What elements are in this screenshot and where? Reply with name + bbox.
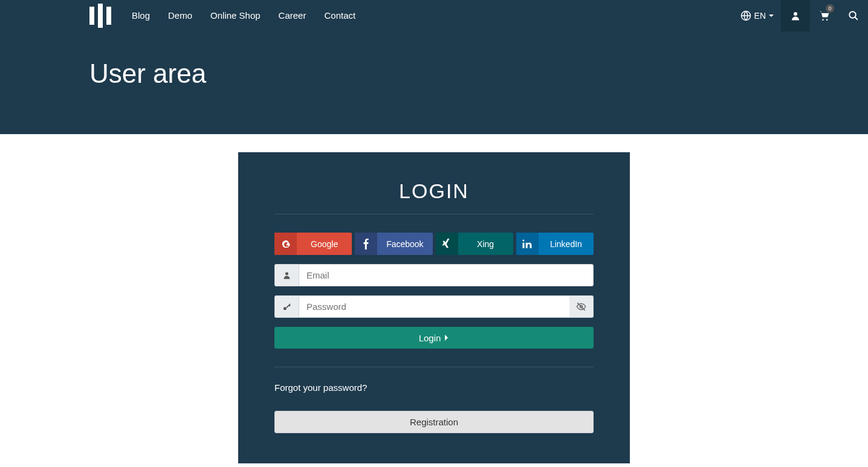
login-submit-button[interactable]: Login (274, 327, 594, 349)
hero-banner: User area (0, 31, 868, 134)
linkedin-login-button[interactable]: LinkedIn (516, 233, 594, 255)
svg-point-12 (283, 307, 287, 310)
linkedin-label: LinkedIn (539, 239, 594, 249)
svg-line-8 (855, 17, 858, 20)
login-heading: LOGIN (274, 179, 594, 214)
email-input-group (274, 264, 594, 286)
svg-rect-0 (89, 7, 94, 25)
header-left-group: Blog Demo Online Shop Career Contact (89, 0, 364, 31)
site-logo[interactable] (89, 4, 111, 28)
header-right-group: EN 0 (733, 0, 868, 31)
svg-point-4 (794, 12, 797, 16)
nav-demo[interactable]: Demo (159, 0, 201, 31)
primary-nav: Blog Demo Online Shop Career Contact (123, 0, 364, 31)
globe-icon (740, 10, 751, 21)
nav-contact[interactable]: Contact (315, 0, 364, 31)
cart-count-badge: 0 (826, 4, 834, 13)
section-divider (274, 367, 594, 367)
registration-button[interactable]: Registration (274, 411, 594, 433)
logo-icon (89, 4, 111, 28)
toggle-password-visibility[interactable] (569, 295, 594, 318)
nav-online-shop[interactable]: Online Shop (201, 0, 270, 31)
forgot-password-link[interactable]: Forgot your password? (274, 382, 594, 393)
login-button-label: Login (419, 333, 441, 343)
key-icon-prefix (274, 295, 299, 318)
xing-label: Xing (458, 239, 513, 249)
facebook-icon (355, 233, 377, 255)
language-selector[interactable]: EN (733, 0, 781, 31)
svg-point-11 (285, 272, 288, 275)
user-account-button[interactable] (781, 0, 810, 31)
svg-point-7 (849, 11, 856, 18)
svg-rect-2 (106, 7, 111, 25)
xing-icon (436, 233, 458, 255)
google-icon (274, 233, 297, 255)
svg-point-10 (523, 239, 525, 241)
svg-rect-9 (523, 242, 525, 248)
google-login-button[interactable]: Google (274, 233, 352, 255)
social-login-row: Google Facebook Xing LinkedIn (274, 233, 594, 255)
chevron-right-icon (444, 334, 449, 341)
chevron-down-icon (769, 14, 774, 17)
password-input-group (274, 295, 594, 318)
main-header: Blog Demo Online Shop Career Contact EN (0, 0, 868, 31)
google-label: Google (297, 239, 352, 249)
svg-rect-1 (98, 4, 103, 28)
eye-slash-icon (576, 301, 586, 312)
search-icon (848, 10, 859, 21)
cart-button[interactable]: 0 (810, 0, 839, 31)
user-icon (282, 271, 291, 280)
password-input[interactable] (299, 295, 569, 318)
nav-blog[interactable]: Blog (123, 0, 159, 31)
search-button[interactable] (839, 0, 868, 31)
user-icon (790, 10, 801, 21)
user-icon-prefix (274, 264, 299, 286)
page-title: User area (89, 59, 779, 89)
facebook-label: Facebook (377, 239, 432, 249)
language-label: EN (754, 11, 766, 21)
facebook-login-button[interactable]: Facebook (355, 233, 432, 255)
xing-login-button[interactable]: Xing (436, 233, 513, 255)
nav-career[interactable]: Career (270, 0, 316, 31)
login-panel: LOGIN Google Facebook Xing LinkedIn (238, 152, 630, 463)
svg-point-6 (826, 19, 828, 20)
linkedin-icon (516, 233, 539, 255)
email-input[interactable] (299, 264, 594, 286)
key-icon (282, 302, 291, 311)
svg-point-5 (822, 19, 824, 20)
